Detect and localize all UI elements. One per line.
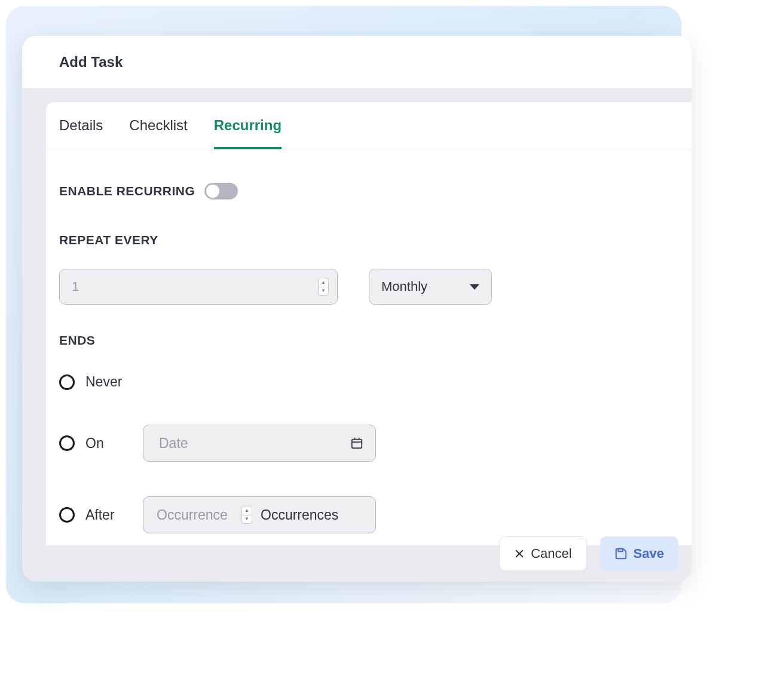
ends-options: Never On Date [59,374,678,533]
ends-on-radio[interactable] [59,435,75,451]
enable-recurring-toggle[interactable] [204,183,238,199]
enable-recurring-label: ENABLE RECURRING [59,184,195,198]
ends-on-row: On Date [59,425,678,462]
repeat-unit-select[interactable]: Monthly [369,269,492,305]
chevron-down-icon [470,284,479,290]
stepper-down-icon[interactable]: ▼ [319,287,328,296]
cancel-button[interactable]: Cancel [499,536,586,571]
svg-rect-0 [352,440,362,449]
ends-after-radio[interactable] [59,507,75,523]
tab-recurring[interactable]: Recurring [214,117,282,149]
modal-header: Add Task [22,36,692,89]
repeat-every-label: REPEAT EVERY [59,233,678,247]
ends-on-date-input[interactable]: Date [143,425,376,462]
modal-body: Details Checklist Recurring ENABLE RECUR… [22,89,692,545]
modal-footer: Cancel Save [499,536,678,571]
save-icon [614,547,628,560]
interval-stepper[interactable]: ▲ ▼ [318,278,329,296]
enable-recurring-row: ENABLE RECURRING [59,183,678,199]
ends-after-occurrence-input[interactable]: Occurrence ▲ ▼ Occurrences [143,496,376,533]
ends-never-radio[interactable] [59,374,75,390]
repeat-interval-value: 1 [72,279,79,294]
occurrence-suffix: Occurrences [261,507,338,523]
recurring-form: ENABLE RECURRING REPEAT EVERY 1 ▲ ▼ [46,149,692,545]
repeat-interval-input[interactable]: 1 ▲ ▼ [59,269,338,305]
ends-never-label: Never [85,374,143,390]
ends-label: ENDS [59,333,678,348]
ends-after-label: After [85,507,143,523]
ends-on-label: On [85,435,143,452]
add-task-modal: Add Task Details Checklist Recurring ENA… [22,36,692,582]
repeat-section: REPEAT EVERY 1 ▲ ▼ Monthly [59,233,678,305]
tab-panel: Details Checklist Recurring ENABLE RECUR… [46,102,692,545]
cancel-label: Cancel [531,546,571,561]
date-placeholder: Date [159,435,188,452]
stepper-up-icon[interactable]: ▲ [319,278,328,287]
occurrence-placeholder: Occurrence [157,507,240,523]
modal-title: Add Task [59,54,654,70]
svg-rect-6 [618,549,622,552]
toggle-knob [206,185,219,198]
save-button[interactable]: Save [600,536,678,571]
tab-details[interactable]: Details [59,117,103,149]
occurrence-stepper[interactable]: ▲ ▼ [241,506,252,524]
tab-bar: Details Checklist Recurring [46,102,692,149]
close-icon [514,548,525,559]
ends-never-row: Never [59,374,678,390]
calendar-icon [350,437,363,450]
stepper-down-icon[interactable]: ▼ [242,515,252,524]
repeat-row: 1 ▲ ▼ Monthly [59,269,678,305]
save-label: Save [634,546,664,561]
repeat-unit-value: Monthly [381,279,427,294]
ends-after-row: After Occurrence ▲ ▼ Occurrences [59,496,678,533]
tab-checklist[interactable]: Checklist [129,117,187,149]
ends-section: ENDS Never On Date [59,333,678,533]
stepper-up-icon[interactable]: ▲ [242,506,252,515]
